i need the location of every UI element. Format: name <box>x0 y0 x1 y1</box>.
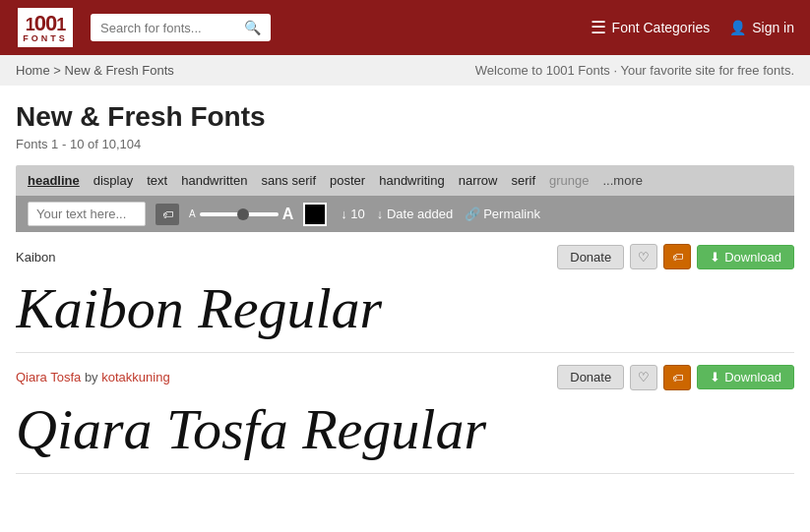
search-input[interactable] <box>100 21 238 35</box>
tag-icon[interactable]: 🏷 <box>156 204 179 225</box>
site-header: 1001 FONTS 🔍 ☰ Font Categories 👤 Sign in <box>0 0 810 55</box>
size-slider-thumb <box>237 208 249 220</box>
breadcrumb: Home > New & Fresh Fonts Welcome to 1001… <box>0 55 810 86</box>
download-icon-qiara: ⬇ <box>710 370 720 384</box>
tag-sans-serif[interactable]: sans serif <box>261 173 316 188</box>
heart-icon-qiara: ♡ <box>638 370 650 384</box>
breadcrumb-separator: > <box>53 63 61 78</box>
search-icon: 🔍 <box>244 20 261 35</box>
tag-handwritten[interactable]: handwritten <box>181 173 247 188</box>
color-swatch[interactable] <box>303 203 327 226</box>
tag-serif[interactable]: serif <box>511 173 535 188</box>
font-actions-qiara: Donate ♡ 🏷 ⬇ Download <box>557 365 794 390</box>
tag-headline[interactable]: headline <box>28 173 80 188</box>
site-logo[interactable]: 1001 FONTS <box>16 6 75 49</box>
donate-button-qiara[interactable]: Donate <box>557 365 624 389</box>
breadcrumb-current: New & Fresh Fonts <box>65 63 174 78</box>
donate-button-kaibon[interactable]: Donate <box>557 245 624 269</box>
size-small-label: A <box>189 208 196 219</box>
font-author-qiara: Qiara Tosfa by kotakkuning <box>16 370 170 384</box>
size-large-label: A <box>282 206 294 223</box>
font-count: Fonts 1 - 10 of 10,104 <box>16 137 794 151</box>
font-name-link-kaibon[interactable]: Kaibon <box>16 250 55 265</box>
download-label-kaibon: Download <box>724 250 781 265</box>
download-button-qiara[interactable]: ⬇ Download <box>697 365 794 389</box>
font-preview-qiara[interactable]: Qiara Tosfa Regular <box>16 398 794 461</box>
tag-icon-qiara: 🏷 <box>672 372 683 384</box>
download-button-kaibon[interactable]: ⬇ Download <box>697 245 794 269</box>
permalink-label: Permalink <box>483 207 540 221</box>
author-link-qiara[interactable]: kotakkuning <box>101 370 169 384</box>
controls-right: ↓ 10 ↓ Date added 🔗 Permalink <box>341 207 540 221</box>
sort-label: ↓ Date added <box>377 207 453 221</box>
font-name-kaibon: Kaibon <box>16 250 55 265</box>
user-icon: 👤 <box>729 20 746 35</box>
tag-button-kaibon[interactable]: 🏷 <box>663 244 691 269</box>
controls-row: 🏷 A A ↓ 10 ↓ Date added 🔗 Permalink <box>16 196 794 232</box>
hamburger-icon: ☰ <box>591 17 606 38</box>
tag-icon-kaibon: 🏷 <box>672 251 683 263</box>
search-box[interactable]: 🔍 <box>91 14 271 41</box>
tag-handwriting[interactable]: handwriting <box>379 173 445 188</box>
link-icon: 🔗 <box>465 207 480 221</box>
font-meta-row-1: Kaibon Donate ♡ 🏷 ⬇ Download <box>16 244 794 269</box>
tag-poster[interactable]: poster <box>330 173 365 188</box>
sign-in-label: Sign in <box>752 20 794 35</box>
nav-links: ☰ Font Categories 👤 Sign in <box>591 17 794 38</box>
by-text: by <box>85 370 98 384</box>
sort-button[interactable]: ↓ Date added <box>377 207 453 221</box>
size-slider[interactable] <box>200 212 279 216</box>
heart-icon: ♡ <box>638 250 650 265</box>
font-categories-label: Font Categories <box>612 20 711 35</box>
font-meta-row-2: Qiara Tosfa by kotakkuning Donate ♡ 🏷 ⬇ … <box>16 365 794 390</box>
sign-in-button[interactable]: 👤 Sign in <box>729 20 794 35</box>
tag-more[interactable]: ...more <box>602 173 642 188</box>
favorite-button-qiara[interactable]: ♡ <box>630 365 657 390</box>
size-control: A A <box>189 206 293 223</box>
breadcrumb-welcome: Welcome to 1001 Fonts · Your favorite si… <box>475 63 794 78</box>
font-preview-kaibon[interactable]: Kaibon Regular <box>16 277 794 340</box>
font-name-link-qiara[interactable]: Qiara Tosfa <box>16 370 81 384</box>
breadcrumb-home[interactable]: Home <box>16 63 50 78</box>
download-icon-kaibon: ⬇ <box>710 250 720 265</box>
page-title: New & Fresh Fonts <box>16 101 794 133</box>
tag-narrow[interactable]: narrow <box>459 173 498 188</box>
tag-display[interactable]: display <box>93 173 133 188</box>
tag-grunge[interactable]: grunge <box>549 173 589 188</box>
main-content: New & Fresh Fonts Fonts 1 - 10 of 10,104… <box>0 86 810 490</box>
font-entry-qiara: Qiara Tosfa by kotakkuning Donate ♡ 🏷 ⬇ … <box>16 353 794 474</box>
font-categories-button[interactable]: ☰ Font Categories <box>591 17 711 38</box>
font-entry-kaibon: Kaibon Donate ♡ 🏷 ⬇ Download Kaibon Regu… <box>16 232 794 353</box>
count-label: ↓ 10 <box>341 207 365 221</box>
preview-text-input[interactable] <box>28 202 146 226</box>
download-label-qiara: Download <box>724 370 781 384</box>
permalink-button[interactable]: 🔗 Permalink <box>465 207 540 221</box>
favorite-button-kaibon[interactable]: ♡ <box>630 244 657 269</box>
count-button[interactable]: ↓ 10 <box>341 207 365 221</box>
tag-button-qiara[interactable]: 🏷 <box>663 365 691 390</box>
tags-row: headline display text handwritten sans s… <box>16 165 794 196</box>
breadcrumb-links: Home > New & Fresh Fonts <box>16 63 174 78</box>
tag-text[interactable]: text <box>147 173 167 188</box>
font-actions-kaibon: Donate ♡ 🏷 ⬇ Download <box>557 244 794 269</box>
